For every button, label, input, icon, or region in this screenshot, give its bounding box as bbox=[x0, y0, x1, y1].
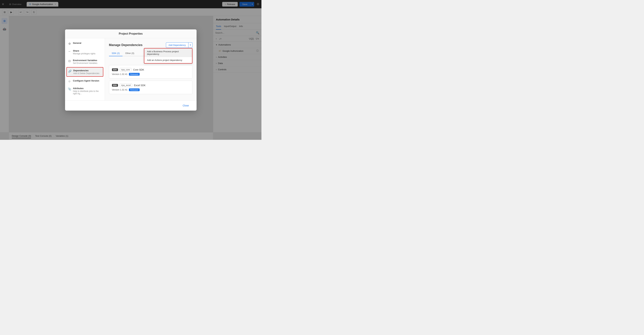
nav-item-env-vars[interactable]: ⊡ Environment Variables Set Environment … bbox=[65, 57, 105, 66]
nav-share-subtitle: Manage privileges rights bbox=[73, 52, 96, 55]
modal-content-title: Manage Dependencies bbox=[109, 43, 142, 47]
sdk-card-core-header: SDK irpa_core Core SDK bbox=[112, 68, 190, 72]
dependency-dropdown-menu: Add a Business Process project dependenc… bbox=[144, 48, 192, 64]
nav-env-title: Environment Variables bbox=[73, 59, 98, 62]
modal-overlay: Project Properties ⚙ General ↔ Share Man… bbox=[0, 0, 262, 140]
nav-agent-title: Configure Agent Version bbox=[73, 80, 99, 82]
add-dependency-wrapper: Add Dependency ▾ Add a Business Process … bbox=[166, 42, 192, 48]
modal-dialog: Project Properties ⚙ General ↔ Share Man… bbox=[65, 30, 196, 110]
content-tab-sdk[interactable]: SDK (2) bbox=[109, 50, 122, 56]
sdk-card-excel: SDK irpa_excel Excel SDK Version 1.32.41… bbox=[109, 81, 192, 94]
sdk-card-core: SDK irpa_core Core SDK Version 1.32.41 R… bbox=[109, 65, 192, 78]
sdk-name-core: Core SDK bbox=[133, 68, 144, 71]
nav-item-dependencies[interactable]: 🔗 Dependencies Add & Delete Dependencies bbox=[66, 67, 103, 77]
nav-attr-title: Attributes bbox=[73, 87, 102, 90]
link-nav-icon: 🔗 bbox=[68, 70, 72, 73]
sdk-version-core: Version 1.32.41 Released bbox=[112, 73, 190, 76]
sdk-status-badge-excel: Released bbox=[129, 88, 140, 91]
modal-body: ⚙ General ↔ Share Manage privileges righ… bbox=[65, 38, 196, 100]
nav-item-general[interactable]: ⚙ General bbox=[65, 40, 105, 48]
nav-attr-subtitle: Help to distribute jobs to the right Ag.… bbox=[73, 90, 102, 95]
dropdown-item-business-process[interactable]: Add a Business Process project dependenc… bbox=[144, 48, 192, 57]
sdk-version-text-excel: Version 1.32.41 bbox=[112, 88, 128, 91]
add-dependency-dropdown-button[interactable]: ▾ bbox=[188, 42, 192, 48]
sdk-status-badge-core: Released bbox=[129, 73, 140, 76]
sdk-id-core: irpa_core bbox=[120, 68, 132, 72]
env-nav-icon: ⊡ bbox=[68, 59, 71, 63]
nav-item-share[interactable]: ↔ Share Manage privileges rights bbox=[65, 48, 105, 57]
nav-item-agent-version[interactable]: ☺ Configure Agent Version bbox=[65, 77, 105, 85]
modal-content: Manage Dependencies Add Dependency ▾ Add… bbox=[105, 38, 196, 100]
nav-deps-subtitle: Add & Delete Dependencies bbox=[73, 72, 100, 74]
modal-header: Project Properties bbox=[65, 30, 196, 38]
content-tab-other[interactable]: Other (0) bbox=[122, 50, 137, 56]
nav-item-attributes[interactable]: 📎 Attributes Help to distribute jobs to … bbox=[65, 85, 105, 97]
modal-footer: Close bbox=[65, 100, 196, 110]
add-dependency-button[interactable]: Add Dependency bbox=[166, 42, 188, 48]
close-button[interactable]: Close bbox=[179, 103, 192, 108]
sdk-badge-core: SDK bbox=[112, 68, 118, 71]
modal-content-header: Manage Dependencies Add Dependency ▾ Add… bbox=[109, 42, 192, 48]
sdk-version-excel: Version 1.32.41 Released bbox=[112, 88, 190, 91]
nav-general-title: General bbox=[73, 42, 81, 44]
sdk-card-excel-header: SDK irpa_excel Excel SDK bbox=[112, 84, 190, 87]
modal-nav: ⚙ General ↔ Share Manage privileges righ… bbox=[65, 38, 105, 100]
nav-deps-title: Dependencies bbox=[73, 69, 100, 72]
sdk-badge-excel: SDK bbox=[112, 84, 118, 87]
nav-share-title: Share bbox=[73, 50, 96, 52]
share-nav-icon: ↔ bbox=[68, 50, 71, 53]
add-dep-label: Add Dependency bbox=[168, 44, 186, 46]
agent-nav-icon: ☺ bbox=[68, 80, 71, 83]
attr-nav-icon: 📎 bbox=[68, 88, 71, 91]
dropdown-item-actions[interactable]: Add an Actions project dependency bbox=[144, 57, 192, 63]
nav-env-subtitle: Set Environment Variables bbox=[73, 62, 98, 64]
sdk-id-excel: irpa_excel bbox=[120, 84, 132, 87]
gear-nav-icon: ⚙ bbox=[68, 42, 71, 45]
sdk-name-excel: Excel SDK bbox=[134, 84, 146, 87]
sdk-version-text-core: Version 1.32.41 bbox=[112, 73, 128, 76]
